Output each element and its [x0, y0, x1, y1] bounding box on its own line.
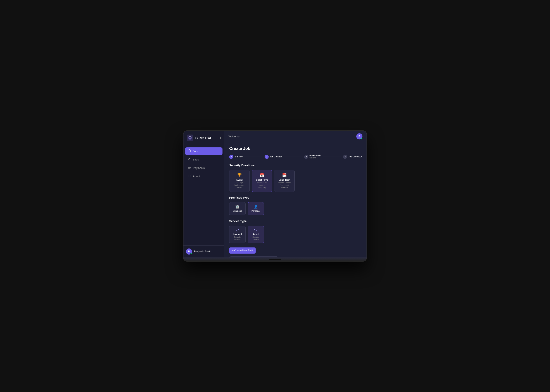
short-term-sub2: Temporary [254, 186, 270, 189]
about-icon [187, 175, 191, 178]
step-2: 2 Job Creation [264, 155, 282, 159]
long-term-icon: 📆 [277, 173, 292, 177]
step-2-circle: 2 [264, 155, 269, 159]
step-2-label: Job Creation [270, 156, 282, 158]
step-1-circle: ✓ [229, 155, 233, 159]
personal-icon: 👤 [251, 205, 261, 209]
owl-logo-icon [187, 134, 193, 141]
shift-card: Custom ✏ ✕ 9 Oct - 11 Oct 01:00 - 04:00 … [229, 256, 278, 258]
step-4-circle: 4 [343, 155, 347, 159]
step-4-info: Job Overview [348, 156, 362, 158]
premises-type-section: Premises Type 🏢 Business 👤 Personal [229, 196, 362, 215]
service-type-section: Service Type 🛡 Unarmed Security Guards 🛡… [229, 219, 362, 243]
event-title: Event [232, 179, 247, 181]
topbar-title: Welcome [229, 135, 239, 138]
service-unarmed-card[interactable]: 🛡 Unarmed Security Guards [229, 226, 246, 243]
sidebar-item-sites[interactable]: Sites [185, 156, 222, 163]
service-armed-card[interactable]: 🛡 Armed Security Guards [248, 226, 264, 243]
armed-icon: 🛡 [251, 228, 261, 232]
sidebar-item-payments[interactable]: Payments [185, 164, 222, 172]
sidebar-item-about[interactable]: About [185, 173, 222, 180]
sidebar: Guard Owl ℹ Jobs [184, 131, 224, 258]
event-sub2: Conferences, Parties [232, 184, 247, 189]
unarmed-sub: Security Guards [232, 236, 243, 241]
create-shift-button[interactable]: + Create New Shift [229, 247, 256, 254]
short-term-icon: 📅 [254, 173, 270, 177]
service-type-cards: 🛡 Unarmed Security Guards 🛡 Armed Securi… [229, 226, 362, 243]
step-2-info: Job Creation [270, 156, 282, 158]
unarmed-icon: 🛡 [232, 228, 243, 232]
app-name: Guard Owl [195, 136, 211, 140]
short-term-sub1: Weeks, Few months [254, 182, 270, 186]
long-term-sub1: Several Months [277, 182, 292, 184]
sites-label: Sites [193, 158, 199, 161]
duration-short-card[interactable]: 📅 Short Term Weeks, Few months Temporary [252, 170, 272, 192]
sidebar-footer: B Benjamin Smith [184, 245, 224, 258]
user-avatar: B [186, 248, 192, 255]
create-shift-label: + Create New Shift [232, 249, 253, 252]
armed-sub: Security Guards [251, 236, 261, 241]
svg-rect-6 [188, 150, 190, 152]
business-icon: 🏢 [232, 205, 243, 209]
unarmed-title: Unarmed [232, 233, 243, 235]
event-icon: 🏆 [232, 173, 247, 177]
premises-type-cards: 🏢 Business 👤 Personal [229, 202, 362, 215]
step-1: ✓ Site Info [229, 155, 243, 159]
step-4-label: Job Overview [348, 156, 362, 158]
service-type-title: Service Type [229, 219, 362, 223]
topbar-avatar-dot [361, 138, 362, 139]
security-duration-cards: 🏆 Event 1-3 Days Conferences, Parties 📅 … [229, 170, 362, 192]
step-1-info: Site Info [235, 156, 243, 158]
about-label: About [193, 175, 200, 178]
premises-business-card[interactable]: 🏢 Business [229, 202, 246, 215]
topbar-avatar[interactable]: B [356, 133, 363, 140]
topbar: Welcome B [224, 131, 366, 142]
info-icon[interactable]: ℹ [220, 136, 221, 140]
step-3-circle: 3 [304, 155, 308, 159]
main-content: Welcome B Create Job ✓ Site Info [224, 131, 366, 258]
armed-title: Armed [251, 233, 261, 235]
step-line-3 [323, 157, 341, 157]
duration-long-card[interactable]: 📆 Long Term Several Months Permanent, In… [274, 170, 295, 192]
payments-label: Payments [193, 166, 205, 169]
content-area: Create Job ✓ Site Info 2 Job Creation [224, 142, 366, 258]
step-line-1 [244, 157, 263, 157]
laptop-screen: Guard Owl ℹ Jobs [184, 131, 366, 258]
step-3: 3 Post Orders Optional [304, 154, 321, 159]
premises-type-title: Premises Type [229, 196, 362, 199]
laptop-notch [269, 259, 281, 260]
step-3-sub: Optional [309, 157, 321, 159]
long-term-sub2: Permanent, Indefinite [277, 184, 292, 189]
step-line-2 [284, 157, 303, 157]
sites-icon [187, 158, 191, 161]
svg-point-4 [189, 137, 190, 138]
security-durations-section: Security Durations 🏆 Event 1-3 Days Conf… [229, 164, 362, 192]
jobs-icon [187, 149, 191, 153]
svg-point-7 [188, 159, 189, 160]
duration-event-card[interactable]: 🏆 Event 1-3 Days Conferences, Parties [229, 170, 250, 192]
payments-icon [187, 166, 191, 170]
avatar-online-dot [190, 253, 192, 254]
jobs-label: Jobs [193, 150, 198, 153]
svg-rect-9 [188, 167, 190, 168]
premises-personal-card[interactable]: 👤 Personal [248, 202, 264, 215]
personal-title: Personal [251, 210, 261, 212]
sidebar-item-jobs[interactable]: Jobs [185, 147, 222, 155]
page-title: Create Job [229, 146, 362, 151]
step-4: 4 Job Overview [343, 155, 362, 159]
svg-point-8 [190, 158, 190, 159]
long-term-title: Long Term [277, 179, 292, 181]
business-title: Business [232, 210, 243, 212]
user-name: Benjamin Smith [194, 250, 211, 253]
svg-point-5 [190, 137, 191, 138]
sidebar-nav: Jobs Sites [184, 145, 224, 245]
step-3-info: Post Orders Optional [309, 154, 321, 159]
step-3-label: Post Orders [309, 154, 321, 157]
laptop-base [184, 258, 366, 261]
stepper: ✓ Site Info 2 Job Creation 3 [229, 154, 362, 159]
short-term-title: Short Term [254, 179, 270, 181]
step-1-label: Site Info [235, 156, 243, 158]
event-sub1: 1-3 Days [232, 182, 247, 184]
sidebar-logo: Guard Owl ℹ [184, 131, 224, 145]
security-durations-title: Security Durations [229, 164, 362, 167]
